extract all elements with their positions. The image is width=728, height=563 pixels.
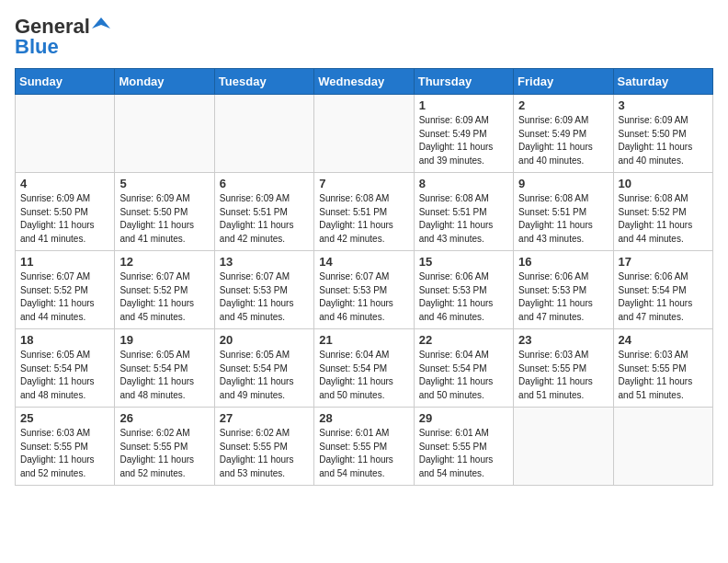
day-number: 3 (619, 98, 708, 112)
cell-sun-info: Sunrise: 6:05 AMSunset: 5:54 PMDaylight:… (220, 349, 309, 402)
cell-sun-info: Sunrise: 6:04 AMSunset: 5:54 PMDaylight:… (419, 349, 508, 402)
cell-sun-info: Sunrise: 6:02 AMSunset: 5:55 PMDaylight:… (220, 427, 309, 480)
cell-sun-info: Sunrise: 6:07 AMSunset: 5:52 PMDaylight:… (20, 270, 109, 324)
calendar-cell: 21Sunrise: 6:04 AMSunset: 5:54 PMDayligh… (314, 329, 414, 408)
cell-sun-info: Sunrise: 6:08 AMSunset: 5:52 PMDaylight:… (619, 192, 708, 246)
day-number: 11 (20, 255, 109, 269)
logo-bird-icon (92, 16, 110, 34)
calendar-cell: 8Sunrise: 6:08 AMSunset: 5:51 PMDaylight… (414, 173, 513, 251)
calendar-cell: 11Sunrise: 6:07 AMSunset: 5:52 PMDayligh… (16, 251, 115, 329)
day-number: 12 (119, 255, 209, 269)
calendar-cell: 24Sunrise: 6:03 AMSunset: 5:55 PMDayligh… (613, 329, 712, 408)
weekday-header-sunday: Sunday (16, 69, 115, 95)
cell-sun-info: Sunrise: 6:01 AMSunset: 5:55 PMDaylight:… (419, 427, 508, 480)
day-number: 25 (20, 411, 109, 425)
day-number: 20 (220, 333, 309, 347)
day-number: 9 (518, 177, 608, 190)
day-number: 4 (20, 177, 109, 190)
cell-sun-info: Sunrise: 6:08 AMSunset: 5:51 PMDaylight:… (518, 192, 608, 246)
calendar-cell: 1Sunrise: 6:09 AMSunset: 5:49 PMDaylight… (414, 95, 513, 173)
day-number: 8 (419, 177, 508, 190)
cell-sun-info: Sunrise: 6:09 AMSunset: 5:49 PMDaylight:… (419, 114, 508, 167)
weekday-header-monday: Monday (115, 69, 214, 95)
calendar-cell: 9Sunrise: 6:08 AMSunset: 5:51 PMDaylight… (514, 173, 613, 251)
calendar-cell (314, 95, 414, 173)
calendar-cell: 23Sunrise: 6:03 AMSunset: 5:55 PMDayligh… (514, 329, 613, 408)
day-number: 16 (518, 255, 608, 269)
day-number: 22 (419, 333, 508, 347)
cell-sun-info: Sunrise: 6:03 AMSunset: 5:55 PMDaylight:… (20, 427, 109, 480)
day-number: 28 (319, 411, 408, 425)
calendar-cell (16, 95, 115, 173)
calendar-cell: 15Sunrise: 6:06 AMSunset: 5:53 PMDayligh… (414, 251, 513, 329)
calendar-cell (514, 408, 613, 486)
cell-sun-info: Sunrise: 6:09 AMSunset: 5:51 PMDaylight:… (220, 192, 309, 246)
calendar-cell: 3Sunrise: 6:09 AMSunset: 5:50 PMDaylight… (613, 95, 712, 173)
day-number: 13 (220, 255, 309, 269)
cell-sun-info: Sunrise: 6:08 AMSunset: 5:51 PMDaylight:… (419, 192, 508, 246)
day-number: 18 (20, 333, 109, 347)
cell-sun-info: Sunrise: 6:03 AMSunset: 5:55 PMDaylight:… (619, 349, 708, 402)
day-number: 27 (220, 411, 309, 425)
calendar-header-row: SundayMondayTuesdayWednesdayThursdayFrid… (16, 69, 713, 95)
calendar-week-2: 4Sunrise: 6:09 AMSunset: 5:50 PMDaylight… (16, 173, 713, 251)
cell-sun-info: Sunrise: 6:07 AMSunset: 5:53 PMDaylight:… (319, 270, 408, 324)
calendar-cell: 27Sunrise: 6:02 AMSunset: 5:55 PMDayligh… (214, 408, 313, 486)
calendar-table: SundayMondayTuesdayWednesdayThursdayFrid… (15, 68, 713, 486)
calendar-cell: 12Sunrise: 6:07 AMSunset: 5:52 PMDayligh… (115, 251, 214, 329)
day-number: 1 (419, 98, 508, 112)
cell-sun-info: Sunrise: 6:06 AMSunset: 5:54 PMDaylight:… (619, 270, 708, 324)
day-number: 26 (119, 411, 209, 425)
day-number: 17 (619, 255, 708, 269)
calendar-cell: 6Sunrise: 6:09 AMSunset: 5:51 PMDaylight… (214, 173, 313, 251)
calendar-week-4: 18Sunrise: 6:05 AMSunset: 5:54 PMDayligh… (16, 329, 713, 408)
cell-sun-info: Sunrise: 6:09 AMSunset: 5:49 PMDaylight:… (518, 114, 608, 167)
cell-sun-info: Sunrise: 6:04 AMSunset: 5:54 PMDaylight:… (319, 349, 408, 402)
day-number: 29 (419, 411, 508, 425)
calendar-week-5: 25Sunrise: 6:03 AMSunset: 5:55 PMDayligh… (16, 408, 713, 486)
cell-sun-info: Sunrise: 6:03 AMSunset: 5:55 PMDaylight:… (518, 349, 608, 402)
calendar-cell: 26Sunrise: 6:02 AMSunset: 5:55 PMDayligh… (115, 408, 214, 486)
weekday-header-thursday: Thursday (414, 69, 513, 95)
calendar-cell: 7Sunrise: 6:08 AMSunset: 5:51 PMDaylight… (314, 173, 414, 251)
calendar-cell: 19Sunrise: 6:05 AMSunset: 5:54 PMDayligh… (115, 329, 214, 408)
calendar-cell: 25Sunrise: 6:03 AMSunset: 5:55 PMDayligh… (16, 408, 115, 486)
cell-sun-info: Sunrise: 6:06 AMSunset: 5:53 PMDaylight:… (518, 270, 608, 324)
weekday-header-saturday: Saturday (613, 69, 712, 95)
cell-sun-info: Sunrise: 6:08 AMSunset: 5:51 PMDaylight:… (319, 192, 408, 246)
cell-sun-info: Sunrise: 6:09 AMSunset: 5:50 PMDaylight:… (20, 192, 109, 246)
day-number: 14 (319, 255, 408, 269)
svg-marker-0 (92, 17, 110, 29)
calendar-cell: 10Sunrise: 6:08 AMSunset: 5:52 PMDayligh… (613, 173, 712, 251)
cell-sun-info: Sunrise: 6:02 AMSunset: 5:55 PMDaylight:… (119, 427, 209, 480)
calendar-cell: 13Sunrise: 6:07 AMSunset: 5:53 PMDayligh… (214, 251, 313, 329)
cell-sun-info: Sunrise: 6:07 AMSunset: 5:53 PMDaylight:… (220, 270, 309, 324)
calendar-cell: 5Sunrise: 6:09 AMSunset: 5:50 PMDaylight… (115, 173, 214, 251)
cell-sun-info: Sunrise: 6:01 AMSunset: 5:55 PMDaylight:… (319, 427, 408, 480)
logo: General Blue (15, 15, 110, 59)
calendar-cell: 20Sunrise: 6:05 AMSunset: 5:54 PMDayligh… (214, 329, 313, 408)
cell-sun-info: Sunrise: 6:06 AMSunset: 5:53 PMDaylight:… (419, 270, 508, 324)
calendar-cell (115, 95, 214, 173)
day-number: 2 (518, 98, 608, 112)
calendar-cell: 14Sunrise: 6:07 AMSunset: 5:53 PMDayligh… (314, 251, 414, 329)
day-number: 19 (119, 333, 209, 347)
day-number: 15 (419, 255, 508, 269)
calendar-week-3: 11Sunrise: 6:07 AMSunset: 5:52 PMDayligh… (16, 251, 713, 329)
calendar-cell: 18Sunrise: 6:05 AMSunset: 5:54 PMDayligh… (16, 329, 115, 408)
calendar-cell: 22Sunrise: 6:04 AMSunset: 5:54 PMDayligh… (414, 329, 513, 408)
day-number: 23 (518, 333, 608, 347)
weekday-header-friday: Friday (514, 69, 613, 95)
cell-sun-info: Sunrise: 6:05 AMSunset: 5:54 PMDaylight:… (20, 349, 109, 402)
cell-sun-info: Sunrise: 6:09 AMSunset: 5:50 PMDaylight:… (619, 114, 708, 167)
logo-blue: Blue (15, 35, 59, 59)
calendar-cell (613, 408, 712, 486)
day-number: 21 (319, 333, 408, 347)
cell-sun-info: Sunrise: 6:09 AMSunset: 5:50 PMDaylight:… (119, 192, 209, 246)
day-number: 7 (319, 177, 408, 190)
calendar-cell (214, 95, 313, 173)
calendar-cell: 17Sunrise: 6:06 AMSunset: 5:54 PMDayligh… (613, 251, 712, 329)
calendar-cell: 2Sunrise: 6:09 AMSunset: 5:49 PMDaylight… (514, 95, 613, 173)
calendar-cell: 16Sunrise: 6:06 AMSunset: 5:53 PMDayligh… (514, 251, 613, 329)
day-number: 5 (119, 177, 209, 190)
